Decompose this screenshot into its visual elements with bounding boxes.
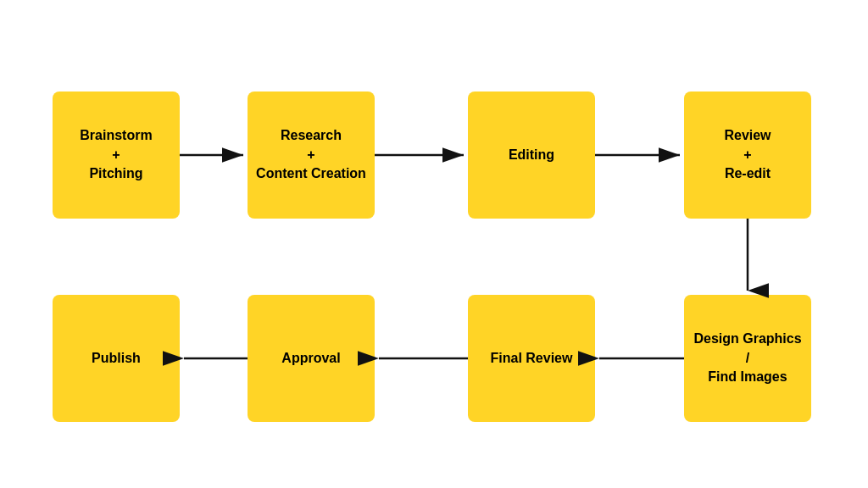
box-publish: Publish (53, 295, 180, 422)
box-final-review: Final Review (468, 295, 595, 422)
box-design-graphics: Design Graphics/Find Images (684, 295, 811, 422)
box-brainstorm-pitching: Brainstorm+Pitching (53, 92, 180, 219)
box-approval-label: Approval (281, 349, 340, 368)
box-publish-label: Publish (92, 349, 141, 368)
box-approval: Approval (248, 295, 375, 422)
diagram: Brainstorm+Pitching Research+Content Cre… (27, 24, 841, 464)
box-research-content: Research+Content Creation (248, 92, 375, 219)
box-final-review-label: Final Review (491, 349, 573, 368)
box-review-reedit: Review+Re-edit (684, 92, 811, 219)
box-review-reedit-label: Review+Re-edit (724, 126, 771, 183)
box-editing-label: Editing (509, 146, 554, 164)
box-design-graphics-label: Design Graphics/Find Images (693, 330, 801, 386)
box-editing: Editing (468, 92, 595, 219)
box-brainstorm-pitching-label: Brainstorm+Pitching (80, 126, 152, 183)
box-research-content-label: Research+Content Creation (256, 126, 366, 183)
